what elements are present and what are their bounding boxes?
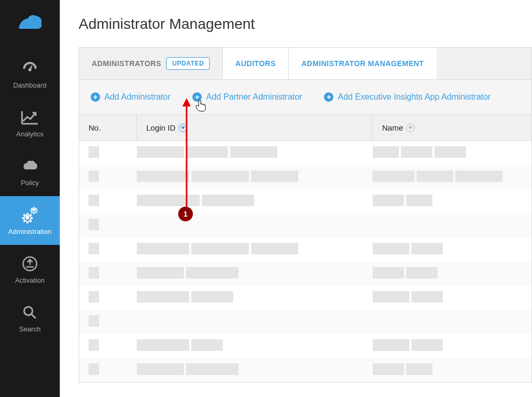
column-label: No. (89, 123, 101, 132)
nav-label: Administration (8, 228, 51, 235)
tab-label: ADMINISTRATOR MANAGEMENT (301, 59, 424, 68)
dashboard-icon (20, 59, 39, 78)
main-content: Administrator Management ADMINISTRATORS … (60, 0, 532, 397)
nav-analytics[interactable]: Analytics (0, 99, 60, 147)
svg-rect-1 (29, 66, 32, 70)
tab-admin-management[interactable]: ADMINISTRATOR MANAGEMENT (289, 48, 437, 79)
updated-badge: UPDATED (166, 57, 210, 70)
administration-icon (20, 206, 39, 224)
table-row[interactable] (79, 358, 531, 382)
nav-search[interactable]: Search (0, 294, 60, 342)
sort-icon (179, 124, 187, 132)
sort-icon (406, 124, 415, 132)
add-administrator-link[interactable]: + Add Administrator (91, 92, 170, 102)
tab-label: ADMINISTRATORS (92, 59, 161, 68)
action-bar: + Add Administrator + Add Partner Admini… (79, 80, 531, 114)
nav-administration[interactable]: Administration (0, 196, 60, 245)
nav-label: Dashboard (13, 81, 47, 89)
table: No. Login ID Name (79, 114, 531, 382)
page-title: Administrator Management (79, 16, 532, 33)
activation-icon (20, 254, 39, 273)
table-row[interactable] (79, 310, 531, 334)
add-executive-insights-admin-link[interactable]: + Add Executive Insights App Administrat… (324, 92, 491, 102)
column-label: Name (382, 123, 403, 132)
table-row[interactable] (79, 262, 531, 286)
nav-label: Policy (21, 179, 39, 187)
action-label: Add Partner Administrator (206, 92, 302, 102)
plus-icon: + (91, 92, 100, 102)
svg-point-9 (24, 307, 32, 315)
nav-policy[interactable]: Policy (0, 147, 60, 196)
table-row[interactable] (79, 238, 531, 262)
tab-administrators[interactable]: ADMINISTRATORS UPDATED (79, 48, 223, 79)
plus-icon: + (324, 92, 333, 102)
column-login-id[interactable]: Login ID (137, 115, 373, 141)
nav-label: Activation (15, 276, 45, 284)
plus-icon: + (192, 92, 202, 102)
table-row[interactable] (79, 141, 531, 165)
sidebar: Dashboard Analytics Policy (0, 0, 60, 397)
content-panel: + Add Administrator + Add Partner Admini… (79, 79, 532, 383)
tab-label: AUDITORS (235, 59, 276, 68)
action-label: Add Executive Insights App Administrator (338, 92, 491, 102)
table-header: No. Login ID Name (79, 114, 531, 141)
column-name[interactable]: Name (373, 115, 531, 141)
policy-icon (20, 157, 39, 176)
nav-label: Search (19, 325, 40, 333)
table-body (79, 141, 531, 382)
action-label: Add Administrator (104, 92, 170, 102)
tab-auditors[interactable]: AUDITORS (223, 48, 289, 79)
nav-activation[interactable]: Activation (0, 245, 60, 294)
nav-label: Analytics (16, 130, 44, 138)
svg-line-10 (31, 314, 36, 318)
add-partner-administrator-link[interactable]: + Add Partner Administrator (192, 92, 302, 102)
column-label: Login ID (146, 123, 176, 132)
logo (14, 10, 46, 34)
nav-dashboard[interactable]: Dashboard (0, 50, 60, 99)
table-row[interactable] (79, 213, 531, 238)
table-row[interactable] (79, 334, 531, 358)
table-row[interactable] (79, 286, 531, 310)
tabs: ADMINISTRATORS UPDATED AUDITORS ADMINIST… (79, 47, 532, 79)
column-no[interactable]: No. (79, 115, 137, 141)
search-icon (20, 303, 39, 322)
svg-point-4 (25, 216, 29, 220)
table-row[interactable] (79, 189, 531, 213)
analytics-icon (20, 108, 39, 127)
svg-point-5 (32, 209, 35, 211)
table-row[interactable] (79, 165, 531, 189)
